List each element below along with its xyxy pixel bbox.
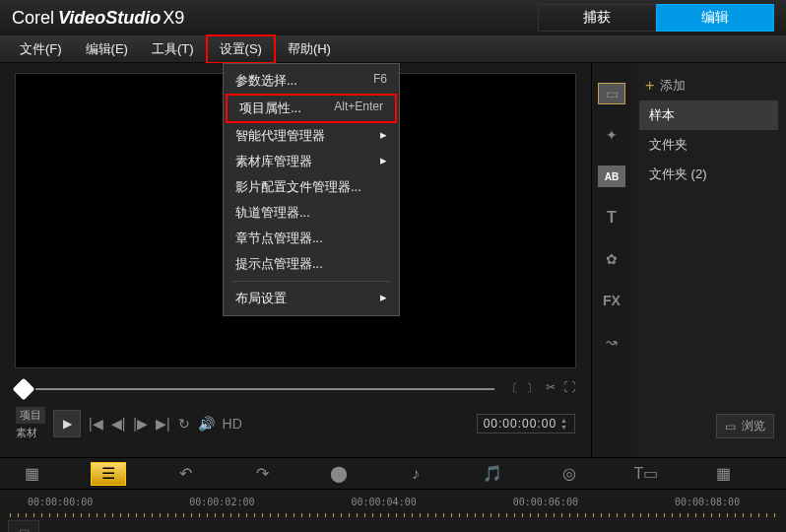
dropdown-preferences[interactable]: 参数选择... F6 [224, 68, 399, 94]
video-track[interactable]: ▭ [0, 517, 786, 532]
expand-icon[interactable]: ⛶ [563, 380, 575, 397]
dropdown-track-manager[interactable]: 轨道管理器... [224, 200, 399, 226]
time-ruler[interactable]: 00:00:00:00 00:00:02:00 00:00:04:00 00:0… [0, 490, 786, 513]
playback-controls: 项目 素材 ▶ |◀ ◀| |▶ ▶| ↻ 🔊 HD 00:00:00:00 ▲… [16, 407, 575, 440]
graphic-icon[interactable]: ✿ [598, 248, 625, 270]
video-track-icon[interactable]: ▭ [8, 520, 39, 532]
menu-settings[interactable]: 设置(S) [206, 34, 276, 64]
menu-tools[interactable]: 工具(T) [140, 36, 206, 62]
time-mark: 00:00:00:00 [28, 497, 93, 507]
instant-icon[interactable]: ✦ [598, 124, 625, 146]
scrubber[interactable]: 〔 〕 ✂ ⛶ [16, 380, 575, 397]
timeline-view-button[interactable]: ☰ [91, 462, 126, 486]
library-category-strip: ▭ ✦ AB T ✿ FX ↝ [592, 63, 631, 457]
path-icon[interactable]: ↝ [598, 331, 625, 353]
folder-item-2[interactable]: 文件夹 (2) [639, 160, 778, 189]
mode-project[interactable]: 项目 [16, 407, 45, 424]
menu-help[interactable]: 帮助(H) [276, 36, 343, 62]
media-icon[interactable]: ▭ [598, 83, 625, 104]
dropdown-chapter-manager[interactable]: 章节点管理器... [224, 226, 399, 251]
plus-icon: + [645, 77, 654, 95]
title-bar: CorelVideoStudioX9 捕获 编辑 [0, 0, 786, 35]
subtitle-icon[interactable]: T▭ [628, 462, 664, 486]
time-mark: 00:00:08:00 [675, 497, 740, 507]
filter-icon[interactable]: FX [598, 290, 625, 311]
settings-dropdown: 参数选择... F6 项目属性... Alt+Enter 智能代理管理器▸ 素材… [223, 63, 400, 316]
mark-out-icon[interactable]: 〕 [526, 380, 538, 397]
time-mark: 00:00:02:00 [189, 497, 254, 507]
dropdown-separator [231, 281, 391, 282]
mark-in-icon[interactable]: 〔 [506, 380, 518, 397]
scrubber-tools: 〔 〕 ✂ ⛶ [506, 380, 575, 397]
dropdown-profile-manager[interactable]: 影片配置文件管理器... [224, 174, 399, 200]
goto-end-icon[interactable]: ▶| [156, 416, 170, 432]
app-logo: CorelVideoStudioX9 [12, 8, 184, 29]
play-button[interactable]: ▶ [53, 410, 81, 437]
browse-icon: ▭ [725, 420, 736, 433]
menu-file[interactable]: 文件(F) [8, 36, 74, 62]
timecode-display[interactable]: 00:00:00:00 ▲▼ [477, 414, 575, 433]
browse-label: 浏览 [742, 418, 765, 434]
mode-clip[interactable]: 素材 [16, 426, 45, 440]
time-mark: 00:00:06:00 [513, 497, 578, 507]
timeline-toolbar: ▦ ☰ ↶ ↷ ⬤ ♪ 🎵 ◎ T▭ ▦ [0, 458, 786, 490]
dropdown-libmgr-label: 素材库管理器 [235, 153, 312, 170]
logo-version: X9 [163, 8, 184, 28]
time-mark: 00:00:04:00 [351, 497, 416, 507]
timecode-value: 00:00:00:00 [484, 417, 557, 431]
dropdown-cue-manager[interactable]: 提示点管理器... [224, 251, 399, 277]
scrubber-track[interactable] [35, 388, 494, 390]
dropdown-prefs-label: 参数选择... [235, 72, 297, 90]
mode-labels: 项目 素材 [16, 407, 45, 440]
audio-mixer-icon[interactable]: ♪ [398, 462, 433, 486]
chevron-right-icon: ▸ [380, 127, 387, 145]
hd-label[interactable]: HD [223, 416, 242, 432]
menu-edit[interactable]: 编辑(E) [74, 36, 140, 62]
library-panel: ▭ ✦ AB T ✿ FX ↝ + 添加 样本 文件夹 文件夹 (2) [591, 63, 786, 457]
logo-videostudio: VideoStudio [58, 8, 161, 28]
dropdown-layout[interactable]: 布局设置▸ [224, 286, 399, 311]
timeline-area: ▦ ☰ ↶ ↷ ⬤ ♪ 🎵 ◎ T▭ ▦ 00:00:00:00 00:00:0… [0, 457, 786, 532]
dropdown-smartproxy-label: 智能代理管理器 [235, 127, 325, 145]
record-icon[interactable]: ⬤ [321, 462, 357, 486]
prev-frame-icon[interactable]: ◀| [111, 416, 126, 432]
menu-bar: 文件(F) 编辑(E) 工具(T) 设置(S) 帮助(H) [0, 35, 786, 63]
volume-icon[interactable]: 🔊 [198, 416, 215, 432]
scissors-icon[interactable]: ✂ [546, 380, 556, 397]
next-frame-icon[interactable]: |▶ [133, 416, 148, 432]
add-label: 添加 [660, 77, 686, 95]
chevron-right-icon: ▸ [380, 153, 387, 170]
title-icon[interactable]: T [598, 207, 625, 229]
browse-button[interactable]: ▭ 浏览 [716, 414, 774, 438]
dropdown-library-manager[interactable]: 素材库管理器▸ [224, 149, 399, 174]
tab-capture[interactable]: 捕获 [538, 4, 656, 32]
tab-edit[interactable]: 编辑 [656, 4, 774, 32]
library-content: + 添加 样本 文件夹 文件夹 (2) [631, 63, 786, 457]
motion-track-icon[interactable]: ◎ [552, 462, 587, 486]
repeat-icon[interactable]: ↻ [178, 416, 190, 432]
dropdown-smart-proxy[interactable]: 智能代理管理器▸ [224, 123, 399, 149]
auto-music-icon[interactable]: 🎵 [475, 462, 510, 486]
add-folder-button[interactable]: + 添加 [639, 71, 778, 100]
timecode-stepper[interactable]: ▲▼ [560, 417, 568, 431]
storyboard-view-button[interactable]: ▦ [14, 462, 49, 486]
logo-corel: Corel [12, 8, 54, 28]
undo-icon[interactable]: ↶ [167, 462, 203, 486]
multicam-icon[interactable]: ▦ [705, 462, 741, 486]
dropdown-projprops-label: 项目属性... [239, 100, 301, 117]
scrubber-handle[interactable] [13, 377, 35, 400]
folder-item-1[interactable]: 文件夹 [639, 130, 778, 160]
goto-start-icon[interactable]: |◀ [89, 416, 103, 432]
mode-tabs: 捕获 编辑 [538, 4, 774, 32]
transition-icon[interactable]: AB [598, 166, 625, 187]
folder-item-sample[interactable]: 样本 [639, 100, 778, 130]
dropdown-layout-label: 布局设置 [235, 290, 287, 307]
redo-icon[interactable]: ↷ [244, 462, 280, 486]
dropdown-projprops-shortcut: Alt+Enter [334, 100, 383, 117]
dropdown-prefs-shortcut: F6 [373, 72, 387, 90]
chevron-right-icon: ▸ [380, 290, 387, 307]
dropdown-project-properties[interactable]: 项目属性... Alt+Enter [226, 94, 397, 123]
